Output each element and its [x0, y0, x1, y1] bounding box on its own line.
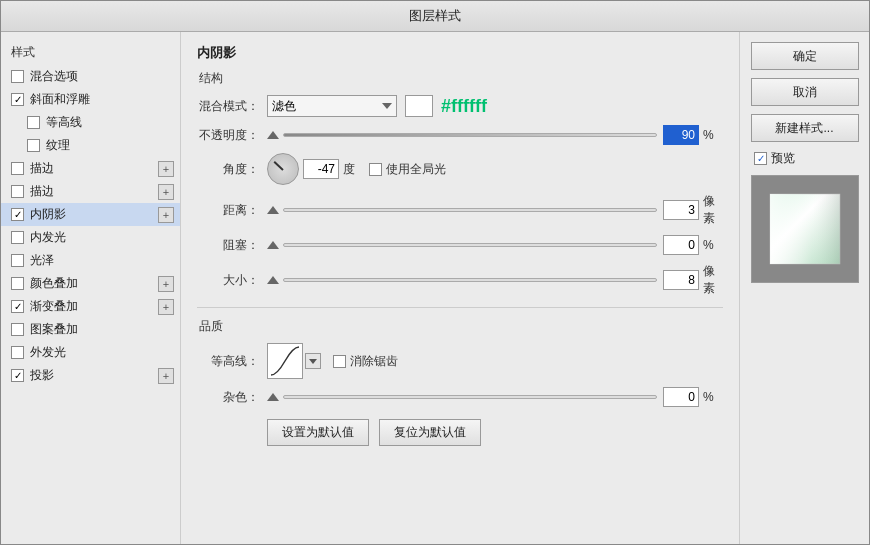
- sidebar-item-contour[interactable]: 等高线: [17, 111, 180, 134]
- preview-checkbox[interactable]: ✓: [754, 152, 767, 165]
- anti-alias-row: 消除锯齿: [333, 353, 398, 370]
- preview-canvas: [751, 175, 859, 283]
- color-swatch[interactable]: [405, 95, 433, 117]
- distance-slider-track[interactable]: [283, 208, 657, 212]
- noise-slider-track[interactable]: [283, 395, 657, 399]
- label-drop-shadow: 投影: [30, 367, 54, 384]
- checkbox-inner-glow[interactable]: [11, 231, 24, 244]
- preview-label-text: 预览: [771, 150, 795, 167]
- sidebar-item-satin[interactable]: 光泽: [1, 249, 180, 272]
- checkbox-contour[interactable]: [27, 116, 40, 129]
- opacity-slider-arrow[interactable]: [267, 131, 279, 139]
- opacity-slider-track[interactable]: [283, 133, 657, 137]
- angle-input[interactable]: [303, 159, 339, 179]
- noise-label: 杂色：: [197, 389, 259, 406]
- opacity-row: 不透明度： 90 %: [197, 125, 723, 145]
- distance-row: 距离： 像素: [197, 193, 723, 227]
- size-slider-track[interactable]: [283, 278, 657, 282]
- noise-unit: %: [703, 390, 723, 404]
- label-gradient-overlay: 渐变叠加: [30, 298, 78, 315]
- checkbox-texture[interactable]: [27, 139, 40, 152]
- set-default-btn[interactable]: 设置为默认值: [267, 419, 369, 446]
- sidebar-item-inner-shadow[interactable]: ✓内阴影+: [1, 203, 180, 226]
- global-light-row: 使用全局光: [369, 161, 446, 178]
- checkbox-stroke2[interactable]: [11, 185, 24, 198]
- reset-default-btn[interactable]: 复位为默认值: [379, 419, 481, 446]
- action-buttons-row: 设置为默认值 复位为默认值: [197, 419, 723, 446]
- plus-btn-color-overlay[interactable]: +: [158, 276, 174, 292]
- sidebar-item-inner-glow[interactable]: 内发光: [1, 226, 180, 249]
- sidebar-item-drop-shadow[interactable]: ✓投影+: [1, 364, 180, 387]
- title-bar: 图层样式: [1, 1, 869, 32]
- sidebar-item-blend-options[interactable]: 混合选项: [1, 65, 180, 88]
- plus-btn-stroke1[interactable]: +: [158, 161, 174, 177]
- confirm-button[interactable]: 确定: [751, 42, 859, 70]
- checkbox-drop-shadow[interactable]: ✓: [11, 369, 24, 382]
- opacity-label: 不透明度：: [197, 127, 259, 144]
- checkbox-inner-shadow[interactable]: ✓: [11, 208, 24, 221]
- label-satin: 光泽: [30, 252, 54, 269]
- checkbox-satin[interactable]: [11, 254, 24, 267]
- color-hex-display[interactable]: #ffffff: [441, 96, 487, 117]
- sidebar-item-stroke2[interactable]: 描边+: [1, 180, 180, 203]
- sidebar-item-stroke1[interactable]: 描边+: [1, 157, 180, 180]
- checkbox-bevel-emboss[interactable]: ✓: [11, 93, 24, 106]
- distance-unit: 像素: [703, 193, 723, 227]
- label-color-overlay: 颜色叠加: [30, 275, 78, 292]
- structure-title: 结构: [197, 70, 723, 87]
- checkbox-outer-glow[interactable]: [11, 346, 24, 359]
- sidebar-item-bevel-emboss[interactable]: ✓斜面和浮雕: [1, 88, 180, 111]
- quality-title: 品质: [197, 318, 723, 335]
- plus-btn-inner-shadow[interactable]: +: [158, 207, 174, 223]
- checkbox-stroke1[interactable]: [11, 162, 24, 175]
- plus-btn-stroke2[interactable]: +: [158, 184, 174, 200]
- sidebar-item-color-overlay[interactable]: 颜色叠加+: [1, 272, 180, 295]
- angle-dial[interactable]: [267, 153, 299, 185]
- noise-input[interactable]: [663, 387, 699, 407]
- choke-unit: %: [703, 238, 723, 252]
- plus-btn-drop-shadow[interactable]: +: [158, 368, 174, 384]
- size-input[interactable]: [663, 270, 699, 290]
- opacity-input[interactable]: 90: [663, 125, 699, 145]
- label-stroke2: 描边: [30, 183, 54, 200]
- cancel-button[interactable]: 取消: [751, 78, 859, 106]
- noise-slider-arrow[interactable]: [267, 393, 279, 401]
- label-inner-shadow: 内阴影: [30, 206, 66, 223]
- right-panel: 确定 取消 新建样式... ✓ 预览: [739, 32, 869, 544]
- checkbox-color-overlay[interactable]: [11, 277, 24, 290]
- label-pattern-overlay: 图案叠加: [30, 321, 78, 338]
- distance-input[interactable]: [663, 200, 699, 220]
- checkbox-pattern-overlay[interactable]: [11, 323, 24, 336]
- chevron-down-icon: [309, 359, 317, 364]
- size-label: 大小：: [197, 272, 259, 289]
- dial-line: [274, 161, 284, 171]
- divider1: [197, 307, 723, 308]
- blend-mode-select[interactable]: 正常溶解变暗正片叠底颜色加深线性加深深色变亮滤色颜色减淡线性减淡(添加)浅色叠加…: [267, 95, 397, 117]
- contour-dropdown[interactable]: [305, 353, 321, 369]
- checkbox-gradient-overlay[interactable]: ✓: [11, 300, 24, 313]
- global-light-checkbox[interactable]: [369, 163, 382, 176]
- choke-slider-track[interactable]: [283, 243, 657, 247]
- preview-svg: [765, 189, 845, 269]
- choke-input[interactable]: [663, 235, 699, 255]
- distance-slider-arrow[interactable]: [267, 206, 279, 214]
- anti-alias-label: 消除锯齿: [350, 353, 398, 370]
- anti-alias-checkbox[interactable]: [333, 355, 346, 368]
- label-bevel-emboss: 斜面和浮雕: [30, 91, 90, 108]
- size-row: 大小： 像素: [197, 263, 723, 297]
- choke-slider-arrow[interactable]: [267, 241, 279, 249]
- sidebar-item-outer-glow[interactable]: 外发光: [1, 341, 180, 364]
- dialog-layer-style: 图层样式 样式 混合选项✓斜面和浮雕等高线纹理描边+描边+✓内阴影+内发光光泽颜…: [0, 0, 870, 545]
- sidebar-item-texture[interactable]: 纹理: [17, 134, 180, 157]
- size-slider-arrow[interactable]: [267, 276, 279, 284]
- sidebar-item-pattern-overlay[interactable]: 图案叠加: [1, 318, 180, 341]
- sidebar-item-gradient-overlay[interactable]: ✓渐变叠加+: [1, 295, 180, 318]
- blend-mode-label: 混合模式：: [197, 98, 259, 115]
- contour-curve-svg: [269, 345, 301, 377]
- new-style-button[interactable]: 新建样式...: [751, 114, 859, 142]
- contour-label: 等高线：: [197, 353, 259, 370]
- checkbox-blend-options[interactable]: [11, 70, 24, 83]
- contour-thumbnail[interactable]: [267, 343, 303, 379]
- angle-row: 角度： 度 使用全局光: [197, 153, 723, 185]
- plus-btn-gradient-overlay[interactable]: +: [158, 299, 174, 315]
